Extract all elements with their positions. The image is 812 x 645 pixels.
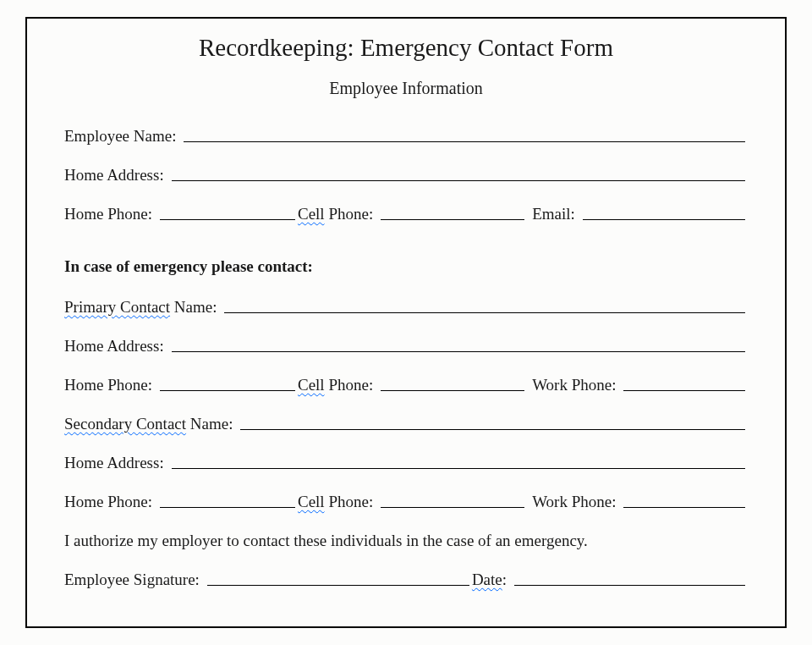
date-label: Date: [472,571,507,589]
row-primary-phones: Home Phone: Cell Phone: Work Phone: [64,376,748,394]
primary-cell-phone-field[interactable] [381,390,524,391]
signature-label: Employee Signature: [64,571,200,589]
primary-home-phone-label: Home Phone: [64,376,152,394]
cell-phone-label: Cell Phone: [298,205,373,223]
secondary-home-phone-label: Home Phone: [64,493,152,511]
primary-home-phone-field[interactable] [160,390,295,391]
row-secondary-phones: Home Phone: Cell Phone: Work Phone: [64,493,748,511]
signature-field[interactable] [207,585,469,586]
secondary-work-phone-field[interactable] [623,507,745,508]
row-phones-email: Home Phone: Cell Phone: Email: [64,205,748,223]
secondary-cell-phone-label: Cell Phone: [298,493,373,511]
row-signature: Employee Signature: Date: [64,571,748,589]
primary-address-label: Home Address: [64,337,164,356]
row-primary-name: Primary Contact Name: [64,298,748,317]
secondary-name-field[interactable] [240,429,745,430]
secondary-address-label: Home Address: [64,454,164,472]
home-phone-label: Home Phone: [64,205,152,223]
secondary-work-phone-label: Work Phone: [532,493,616,511]
primary-address-field[interactable] [172,351,745,352]
section-heading: In case of emergency please contact: [64,257,748,276]
secondary-home-phone-field[interactable] [160,507,295,508]
home-phone-field[interactable] [160,219,295,220]
primary-name-field[interactable] [224,312,745,313]
employee-name-label: Employee Name: [64,127,176,146]
date-field[interactable] [514,585,745,586]
form-title: Recordkeeping: Emergency Contact Form [64,34,748,62]
primary-work-phone-label: Work Phone: [532,376,616,394]
home-address-field[interactable] [172,180,745,181]
form-container: Recordkeeping: Emergency Contact Form Em… [25,17,787,628]
form-subtitle: Employee Information [64,79,748,98]
row-home-address: Home Address: [64,166,748,185]
authorization-text: I authorize my employer to contact these… [64,532,748,550]
secondary-address-field[interactable] [172,468,745,469]
home-address-label: Home Address: [64,166,164,185]
row-secondary-name: Secondary Contact Name: [64,415,748,433]
primary-cell-phone-label: Cell Phone: [298,376,373,394]
row-employee-name: Employee Name: [64,127,748,146]
primary-work-phone-field[interactable] [623,390,745,391]
row-primary-address: Home Address: [64,337,748,356]
email-label: Email: [532,205,575,223]
primary-contact-label: Primary Contact Name: [64,298,217,317]
employee-name-field[interactable] [184,141,745,142]
cell-phone-field[interactable] [381,219,524,220]
email-field[interactable] [583,219,745,220]
row-secondary-address: Home Address: [64,454,748,472]
secondary-contact-label: Secondary Contact Name: [64,415,233,433]
secondary-cell-phone-field[interactable] [381,507,524,508]
